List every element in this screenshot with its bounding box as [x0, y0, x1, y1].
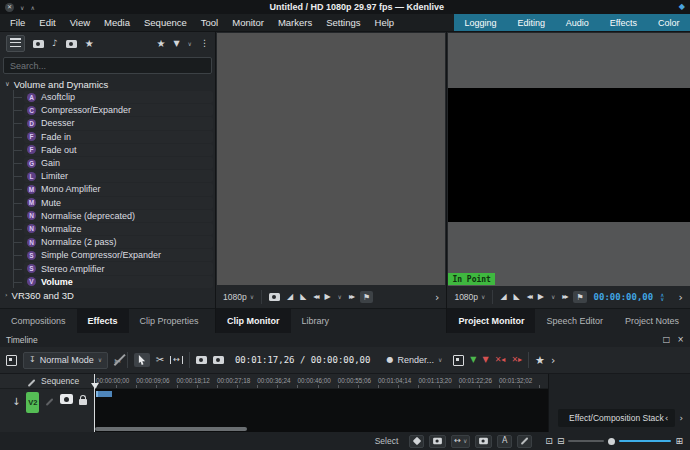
mix-icon[interactable] — [453, 355, 464, 366]
favorite-effects-icon[interactable]: ★ — [535, 355, 545, 366]
category-volume-dynamics[interactable]: ∨ Volume and Dynamics — [0, 78, 215, 91]
resolution-dropdown[interactable]: 1080p∨ — [454, 292, 485, 302]
tag-button[interactable] — [409, 435, 424, 448]
project-monitor-screen[interactable]: In Point — [448, 33, 690, 286]
effect-item[interactable]: FFade out — [24, 144, 213, 156]
render-dropdown[interactable]: ● Render... ∨ — [381, 352, 447, 369]
zoom-slider-fill[interactable] — [619, 440, 671, 442]
tab-effect-composition-stack[interactable]: Effect/Composition Stack — [558, 409, 675, 427]
subtitle-button[interactable]: A — [497, 435, 512, 448]
timeline-hscrollbar[interactable] — [95, 427, 247, 431]
video-effects-icon[interactable] — [33, 40, 44, 48]
split-audio-video-icon[interactable]: ✂ — [114, 355, 121, 366]
effect-item[interactable]: GGain — [24, 157, 213, 169]
mix-clips-icon[interactable] — [196, 356, 207, 364]
fast-forward-icon[interactable]: ▸▸ — [562, 293, 566, 301]
timeline-ruler[interactable]: 00:00:00;00 00:00:09;06 00:00:18;12 00:0… — [94, 374, 548, 389]
menu-settings[interactable]: Settings — [319, 17, 367, 28]
toolbar-overflow-icon[interactable]: › — [679, 292, 683, 303]
fit-zoom-dropdown[interactable]: ↔∨ — [451, 435, 470, 448]
play-icon[interactable]: ▶ — [538, 293, 544, 301]
effect-item[interactable]: SStereo Amplifier — [24, 262, 213, 274]
menu-media[interactable]: Media — [97, 17, 137, 28]
effect-item[interactable]: AAsoftclip — [24, 91, 213, 103]
dock-float-icon[interactable]: □ — [663, 336, 671, 344]
toolbar-overflow-icon[interactable]: › — [551, 355, 555, 366]
tray-icon[interactable]: ◆ — [679, 3, 685, 11]
edit-mode-dropdown[interactable]: ↧ Normal Mode ∨ — [23, 352, 108, 369]
window-shade-icon[interactable]: ∨ — [20, 4, 24, 11]
workspace-tab-color[interactable]: Color — [655, 18, 683, 28]
window-close-icon[interactable]: ✕ — [5, 3, 14, 12]
line-tool-button[interactable] — [517, 435, 532, 448]
zone-out-icon[interactable]: ◣ — [514, 293, 520, 301]
effect-item-selected[interactable]: VVolume — [24, 276, 213, 288]
search-input[interactable] — [8, 60, 207, 72]
toolbar-overflow-icon[interactable]: › — [435, 292, 439, 303]
play-options-icon[interactable]: ∨ — [551, 294, 555, 300]
stack-scroll-right-icon[interactable]: › — [679, 414, 683, 423]
play-options-icon[interactable]: ∨ — [338, 294, 342, 300]
zone-in-icon[interactable]: ◢ — [500, 293, 506, 301]
tab-project-monitor[interactable]: Project Monitor — [447, 309, 535, 333]
effect-item[interactable]: DDeesser — [24, 117, 213, 129]
effect-item[interactable]: NNormalize (2 pass) — [24, 236, 213, 248]
menu-edit[interactable]: Edit — [32, 17, 62, 28]
audio-effects-icon[interactable]: ♪ — [52, 39, 58, 48]
tab-project-notes[interactable]: Project Notes — [614, 309, 690, 333]
effect-item[interactable]: NNormalise (deprecated) — [24, 210, 213, 222]
zoom-slider-track[interactable] — [568, 440, 604, 442]
marker-button[interactable]: ⚑ — [360, 291, 373, 303]
timeline-timecode[interactable]: 00:01:17,26 / 00:00:00,00 — [235, 355, 370, 365]
menu-monitor[interactable]: Monitor — [225, 17, 271, 28]
timeline-settings-icon[interactable] — [6, 355, 17, 366]
menu-view[interactable]: View — [63, 17, 97, 28]
favorite-effects-icon[interactable]: ★ — [85, 39, 94, 49]
show-all-effects-button[interactable] — [6, 35, 25, 52]
custom-effects-icon[interactable] — [66, 40, 77, 48]
menu-sequence[interactable]: Sequence — [137, 17, 194, 28]
timeline-clip[interactable] — [96, 391, 112, 397]
tab-speech-editor[interactable]: Speech Editor — [535, 309, 614, 333]
tab-library[interactable]: Library — [291, 309, 341, 333]
sequence-header[interactable]: Sequence — [0, 374, 94, 389]
screenshot-icon[interactable] — [269, 293, 280, 301]
tab-effects[interactable]: Effects — [77, 309, 129, 333]
effect-item[interactable]: CCompressor/Expander — [24, 104, 213, 116]
clip-monitor-screen[interactable] — [217, 33, 445, 285]
fast-forward-icon[interactable]: ▸▸ — [349, 293, 353, 301]
play-icon[interactable]: ▶ — [324, 293, 330, 301]
effect-item[interactable]: MMute — [24, 197, 213, 209]
zoom-out-icon[interactable]: ⊟ — [557, 437, 565, 446]
spacer-tool-icon[interactable]: ↔ — [170, 356, 183, 364]
track-v2-content[interactable] — [94, 389, 548, 432]
workspace-tab-effects[interactable]: Effects — [607, 18, 640, 28]
effect-item[interactable]: FFade in — [24, 131, 213, 143]
zone-out-icon[interactable]: ◣ — [300, 293, 306, 301]
marker-button[interactable]: ⚑ — [573, 291, 586, 303]
monitor-timecode[interactable]: 00:00:00,00 — [594, 292, 654, 302]
effect-item[interactable]: NNormalize — [24, 223, 213, 235]
insert-zone-icon[interactable] — [213, 356, 224, 364]
lift-zone-icon[interactable]: ✕▸ — [511, 356, 522, 364]
thumbnails-button[interactable] — [429, 435, 446, 448]
lock-track-icon[interactable] — [79, 399, 87, 405]
playhead-line[interactable] — [94, 374, 95, 432]
timecode-spinner[interactable]: ∧∨ — [660, 293, 664, 301]
razor-tool-icon[interactable]: ✂ — [156, 355, 164, 365]
effect-item[interactable]: SSimple Compressor/Expander — [24, 249, 213, 261]
track-visibility-icon[interactable] — [60, 394, 73, 404]
playhead-icon[interactable] — [91, 383, 99, 389]
collapse-track-icon[interactable]: ↓ — [12, 397, 20, 407]
dock-close-icon[interactable]: × — [677, 336, 684, 344]
zone-in-icon[interactable]: ◢ — [287, 293, 293, 301]
effect-item[interactable]: LLimiter — [24, 170, 213, 182]
zoom-slider-handle[interactable] — [608, 438, 615, 445]
menu-tool[interactable]: Tool — [194, 17, 225, 28]
zoom-in-icon[interactable]: ⊞ — [675, 437, 683, 446]
edit-track-icon[interactable] — [46, 398, 54, 406]
insert-zone-timeline-icon[interactable]: ▼ — [470, 356, 476, 364]
workspace-tab-logging[interactable]: Logging — [461, 18, 499, 28]
extract-zone-icon[interactable]: ✕◂ — [495, 356, 506, 364]
tab-compositions[interactable]: Compositions — [0, 309, 77, 333]
